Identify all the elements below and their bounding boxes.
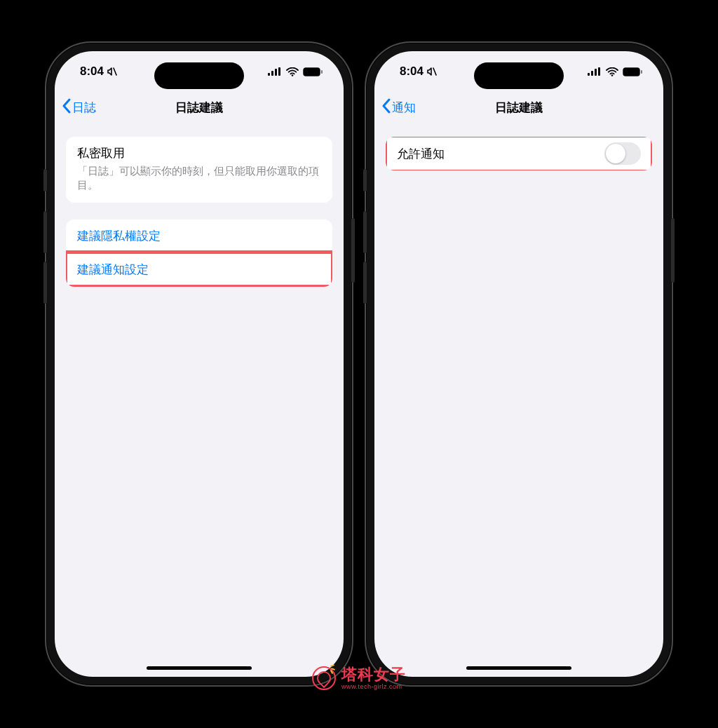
chevron-left-icon — [381, 98, 391, 117]
dynamic-island — [154, 62, 244, 89]
private-access-desc: 「日誌」可以顯示你的時刻，但只能取用你選取的項目。 — [77, 164, 321, 193]
svg-rect-2 — [275, 69, 277, 76]
chevron-left-icon — [62, 98, 71, 117]
watermark-title: 塔科女子 — [341, 667, 406, 682]
status-time: 8:04 — [80, 65, 104, 79]
watermark-subtitle: www.tech-girlz.com — [341, 684, 406, 690]
row-label: 建議通知設定 — [77, 262, 149, 278]
row-label: 建議隱私權設定 — [77, 228, 161, 244]
phone-volume-up — [363, 211, 367, 253]
svg-rect-6 — [304, 69, 319, 75]
svg-point-12 — [611, 74, 614, 76]
phone-power-button — [671, 218, 675, 283]
phone-volume-down — [43, 262, 47, 304]
toggle-knob — [606, 144, 625, 163]
suggestion-privacy-settings-row[interactable]: 建議隱私權設定 — [66, 220, 332, 253]
battery-icon — [623, 67, 642, 76]
mute-icon — [107, 67, 118, 76]
nav-title: 日誌建議 — [55, 100, 344, 116]
phone-volume-up — [43, 211, 47, 253]
back-button[interactable]: 日誌 — [62, 98, 96, 117]
status-time: 8:04 — [400, 65, 424, 79]
home-indicator[interactable] — [147, 666, 252, 670]
phone-mute-switch — [363, 169, 367, 191]
allow-notifications-toggle[interactable] — [604, 142, 641, 165]
wifi-icon — [286, 67, 299, 76]
phone-volume-down — [363, 262, 367, 304]
svg-point-4 — [292, 74, 294, 76]
back-button[interactable]: 通知 — [381, 98, 416, 117]
allow-notifications-row[interactable]: 允許通知 — [386, 137, 652, 170]
row-label: 允許通知 — [397, 146, 604, 162]
home-indicator[interactable] — [466, 666, 571, 670]
nav-title: 日誌建議 — [374, 100, 663, 116]
phone-mute-switch — [43, 169, 47, 191]
settings-content: 私密取用 「日誌」可以顯示你的時刻，但只能取用你選取的項目。 建議隱私權設定 建… — [55, 137, 344, 287]
cellular-signal-icon — [268, 67, 282, 76]
phone-left: 8:04 — [45, 41, 353, 687]
private-access-card: 私密取用 「日誌」可以顯示你的時刻，但只能取用你選取的項目。 — [66, 137, 332, 203]
back-label: 通知 — [392, 100, 416, 116]
cellular-signal-icon — [588, 67, 602, 76]
svg-rect-3 — [278, 67, 280, 76]
suggestion-notification-settings-row[interactable]: 建議通知設定 — [66, 253, 332, 287]
svg-rect-15 — [641, 70, 642, 74]
watermark: 塔科女子 www.tech-girlz.com — [312, 666, 406, 690]
svg-rect-8 — [588, 73, 590, 76]
battery-icon — [303, 67, 323, 76]
suggestion-settings-group: 建議隱私權設定 建議通知設定 — [66, 220, 332, 287]
phone-power-button — [351, 218, 355, 283]
svg-rect-1 — [271, 71, 273, 76]
svg-rect-9 — [591, 71, 593, 76]
nav-bar: 日誌 日誌建議 — [55, 92, 344, 123]
private-access-title: 私密取用 — [77, 145, 321, 161]
svg-rect-7 — [321, 70, 323, 74]
mute-icon — [426, 67, 438, 76]
screen-left: 8:04 — [55, 51, 344, 677]
settings-content: 允許通知 — [374, 137, 663, 170]
screenshot-stage: 8:04 — [0, 0, 718, 728]
allow-notifications-group: 允許通知 — [386, 137, 652, 170]
screen-right: 8:04 — [374, 51, 663, 677]
svg-rect-0 — [268, 73, 270, 76]
dynamic-island — [474, 62, 564, 89]
svg-rect-10 — [595, 69, 597, 76]
phone-right: 8:04 — [365, 41, 673, 687]
nav-bar: 通知 日誌建議 — [374, 92, 663, 123]
watermark-logo-icon — [312, 666, 336, 690]
svg-rect-14 — [624, 69, 639, 75]
svg-rect-11 — [598, 67, 600, 76]
wifi-icon — [606, 67, 618, 76]
back-label: 日誌 — [72, 100, 96, 116]
